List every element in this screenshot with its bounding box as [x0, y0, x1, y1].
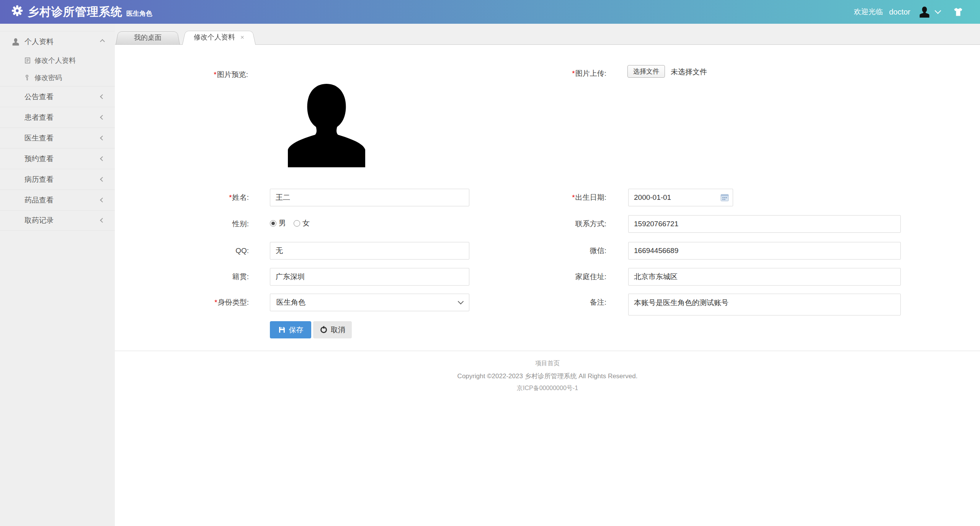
app-header: 乡村诊所管理系统 医生角色 欢迎光临 doctor	[0, 0, 980, 24]
chevron-left-icon	[100, 218, 105, 223]
role-label: *身份类型:	[149, 298, 249, 307]
sidebar-item-label: 患者查看	[24, 113, 54, 123]
cancel-button[interactable]: 取消	[313, 321, 352, 338]
user-icon	[11, 38, 20, 46]
tab-label: 我的桌面	[134, 33, 162, 42]
chevron-down-icon	[458, 298, 464, 304]
sidebar-item-change-password[interactable]: 修改密码	[0, 69, 115, 86]
address-input[interactable]	[628, 268, 901, 286]
remark-label: 备注:	[507, 298, 606, 307]
sidebar-item-records[interactable]: 病历查看	[0, 169, 115, 189]
sidebar-item-label: 个人资料	[24, 37, 54, 47]
tshirt-icon[interactable]	[952, 7, 964, 17]
menu-icon	[11, 196, 20, 204]
birth-label: *出生日期:	[507, 193, 606, 202]
radio-female-label[interactable]: 女	[302, 218, 310, 228]
footer-home-link[interactable]: 项目首页	[115, 359, 980, 368]
tab-edit-profile[interactable]: 修改个人资料 ×	[182, 29, 256, 45]
user-avatar-icon[interactable]	[919, 5, 930, 18]
sidebar-item-label: 医生查看	[24, 133, 54, 143]
sidebar-item-doctors[interactable]: 医生查看	[0, 127, 115, 148]
menu-icon	[11, 216, 20, 225]
hometown-input[interactable]	[270, 268, 469, 286]
required-mark: *	[214, 70, 216, 78]
file-status-text: 未选择文件	[671, 67, 707, 77]
menu-icon	[11, 134, 20, 142]
brand: 乡村诊所管理系统 医生角色	[11, 4, 152, 20]
hometown-label: 籍贯:	[149, 272, 249, 281]
radio-male[interactable]	[270, 220, 276, 227]
avatar-preview	[283, 81, 371, 167]
gender-radio-group: 男 女	[270, 218, 315, 228]
qq-input[interactable]	[270, 242, 469, 260]
sidebar-item-profile[interactable]: 个人资料	[0, 31, 115, 52]
sidebar-item-label: 公告查看	[24, 92, 54, 102]
sidebar-item-notices[interactable]: 公告查看	[0, 86, 115, 107]
calendar-icon[interactable]	[720, 194, 729, 201]
qq-label: QQ:	[149, 246, 249, 255]
tab-my-desktop[interactable]: 我的桌面	[116, 30, 180, 44]
footer-copyright: Copyright ©2022-2023 乡村诊所管理系统 All Rights…	[115, 372, 980, 381]
chevron-left-icon	[100, 177, 105, 182]
phone-input[interactable]	[628, 215, 901, 233]
wechat-input[interactable]	[628, 242, 901, 260]
choose-file-button[interactable]: 选择文件	[627, 65, 665, 78]
close-icon[interactable]: ×	[240, 34, 244, 41]
tab-label: 修改个人资料	[194, 33, 235, 42]
upload-label: *图片上传:	[507, 69, 606, 78]
menu-icon	[11, 175, 20, 184]
birth-date-input[interactable]: 2000-01-01	[628, 189, 733, 206]
chevron-left-icon	[100, 198, 105, 203]
remark-textarea[interactable]: 本账号是医生角色的测试账号	[628, 294, 901, 315]
sidebar-submenu: 修改个人资料 修改密码	[0, 52, 115, 86]
phone-label: 联系方式:	[507, 219, 606, 229]
radio-male-label[interactable]: 男	[279, 218, 286, 228]
sidebar-item-patients[interactable]: 患者查看	[0, 107, 115, 127]
key-icon	[24, 74, 31, 82]
role-select-value: 医生角色	[276, 297, 459, 307]
app-subtitle: 医生角色	[126, 8, 152, 20]
menu-icon	[11, 113, 20, 122]
sidebar-item-medicines[interactable]: 药品查看	[0, 189, 115, 210]
sidebar-item-label: 取药记录	[24, 216, 54, 225]
role-select[interactable]: 医生角色	[270, 294, 469, 311]
tab-bar: 我的桌面 修改个人资料 ×	[115, 24, 980, 45]
sidebar-subitem-label: 修改密码	[34, 73, 62, 82]
chevron-left-icon	[100, 115, 105, 120]
user-box: 欢迎光临 doctor	[854, 0, 964, 24]
preview-label: *图片预览:	[149, 70, 248, 79]
sidebar-item-label: 预约查看	[24, 154, 54, 164]
sidebar-item-edit-profile[interactable]: 修改个人资料	[0, 52, 115, 69]
sidebar-item-dispense-log[interactable]: 取药记录	[0, 210, 115, 231]
gender-label: 性别:	[149, 219, 249, 229]
menu-icon	[11, 155, 20, 163]
app: 乡村诊所管理系统 医生角色 欢迎光临 doctor 个人资料	[0, 0, 980, 526]
required-mark: *	[229, 193, 232, 201]
footer-divider	[115, 351, 980, 351]
app-title: 乡村诊所管理系统	[28, 4, 122, 20]
username: doctor	[889, 8, 910, 16]
chevron-up-icon	[100, 39, 105, 44]
menu-icon	[11, 93, 20, 101]
sidebar-subitem-label: 修改个人资料	[34, 56, 76, 65]
save-button[interactable]: 保存	[270, 321, 311, 338]
profile-form: *图片预览: *图片上传: 选择文件 未选择文件 *姓名: *出生日期: 200…	[115, 45, 980, 526]
required-mark: *	[214, 298, 217, 306]
sidebar: 个人资料 修改个人资料 修改	[0, 24, 115, 526]
chevron-left-icon	[100, 156, 105, 161]
radio-female[interactable]	[294, 220, 300, 227]
chevron-left-icon	[100, 136, 105, 140]
name-input[interactable]	[270, 189, 469, 206]
welcome-text: 欢迎光临	[854, 7, 883, 17]
save-icon	[278, 326, 286, 334]
address-label: 家庭住址:	[507, 272, 606, 281]
wechat-label: 微信:	[507, 246, 606, 255]
required-mark: *	[572, 193, 575, 201]
footer-icp: 京ICP备00000000号-1	[115, 384, 980, 392]
form-icon	[24, 57, 31, 64]
required-mark: *	[572, 69, 575, 77]
sidebar-item-appointments[interactable]: 预约查看	[0, 148, 115, 169]
undo-icon	[320, 326, 328, 334]
chevron-left-icon	[100, 94, 105, 99]
chevron-down-icon[interactable]	[935, 8, 941, 14]
